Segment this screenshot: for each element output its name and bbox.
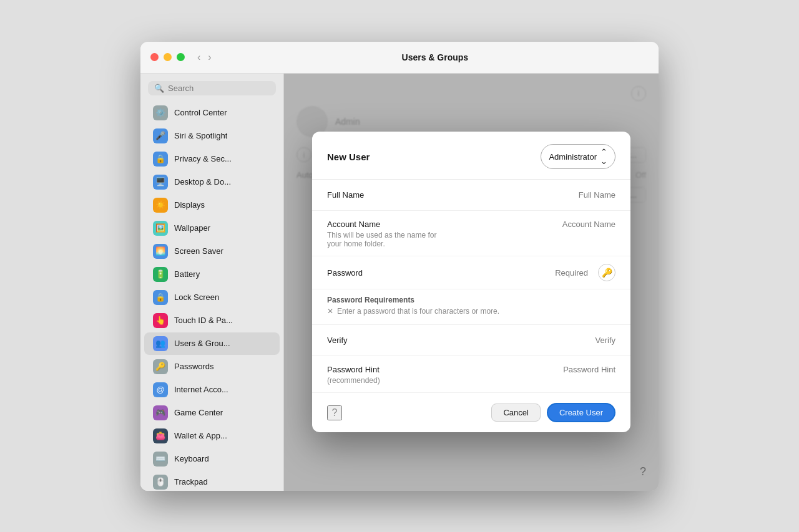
sidebar-label-keyboard: Keyboard [174,454,209,463]
sidebar-icon-screen-saver: 🌅 [153,244,168,259]
sidebar-icon-privacy: 🔒 [153,152,168,167]
sidebar-item-battery[interactable]: 🔋Battery [144,263,280,286]
sidebar-icon-wallet: 👛 [153,428,168,443]
mac-window: ‹ › Users & Groups 🔍 ⚙️Control Center🎤Si… [140,42,659,491]
sidebar-label-desktop: Desktop & Do... [174,177,231,186]
password-row: Password 🔑 [312,256,630,289]
sidebar-item-wallet[interactable]: 👛Wallet & App... [144,425,280,447]
back-button[interactable]: ‹ [195,51,203,64]
sidebar-icon-desktop: 🖥️ [153,175,168,190]
password-value: 🔑 [414,264,615,281]
sidebar-icon-displays: ☀️ [153,198,168,213]
sidebar-label-game-center: Game Center [174,408,223,417]
sidebar-item-siri[interactable]: 🎤Siri & Spotlight [144,125,280,147]
sidebar-label-passwords: Passwords [174,362,214,371]
pw-req-x-icon: ✕ [327,307,333,316]
password-hint-label: Password Hint [327,365,414,374]
nav-arrows: ‹ › [195,51,214,64]
sidebar-icon-siri: 🎤 [153,128,168,143]
sidebar-item-passwords[interactable]: 🔑Passwords [144,355,280,378]
verify-row: Verify [312,325,630,356]
sidebar-item-game-center[interactable]: 🎮Game Center [144,402,280,424]
cancel-button[interactable]: Cancel [491,404,540,422]
sidebar-icon-users: 👥 [153,336,168,351]
search-input[interactable] [168,84,270,93]
search-bar[interactable]: 🔍 [148,81,276,95]
password-hint-row: Password Hint (recommended) [312,356,630,393]
sidebar-label-battery: Battery [174,269,200,279]
verify-input[interactable] [414,336,615,345]
sidebar-item-touch-id[interactable]: 👆Touch ID & Pa... [144,309,280,332]
full-name-row: Full Name [312,180,630,211]
sidebar-label-touch-id: Touch ID & Pa... [174,316,233,325]
new-user-dialog: New User Administrator ⌃⌄ Full Name [312,132,630,432]
sidebar-label-wallpaper: Wallpaper [174,223,210,233]
sidebar-label-displays: Displays [174,200,205,210]
sidebar-label-trackpad: Trackpad [174,477,208,486]
minimize-button[interactable] [164,53,172,61]
sidebar-item-users[interactable]: 👥Users & Grou... [144,332,280,355]
dialog-footer: ? Cancel Create User [312,393,630,432]
sidebar-items-container: ⚙️Control Center🎤Siri & Spotlight🔒Privac… [140,102,283,491]
sidebar-icon-game-center: 🎮 [153,405,168,420]
sidebar-icon-trackpad: 🖱️ [153,475,168,490]
sidebar-icon-wallpaper: 🖼️ [153,221,168,236]
title-bar: ‹ › Users & Groups [140,42,659,74]
account-name-label: Account Name [327,220,414,229]
modal-overlay: New User Administrator ⌃⌄ Full Name [284,74,659,491]
sidebar-label-control-center: Control Center [174,108,227,117]
sidebar: 🔍 ⚙️Control Center🎤Siri & Spotlight🔒Priv… [140,74,284,491]
sidebar-item-internet[interactable]: @Internet Acco... [144,379,280,401]
sidebar-icon-keyboard: ⌨️ [153,452,168,467]
traffic-lights [150,53,185,61]
sidebar-icon-battery: 🔋 [153,267,168,282]
sidebar-label-screen-saver: Screen Saver [174,246,223,256]
user-type-select[interactable]: Administrator ⌃⌄ [541,144,615,169]
account-name-input[interactable] [414,220,615,229]
create-user-button[interactable]: Create User [547,403,615,422]
forward-button[interactable]: › [205,51,213,64]
main-panel: i Admin i Add User... Auto Login Off Edi… [284,74,659,491]
sidebar-item-lock-screen[interactable]: 🔒Lock Screen [144,286,280,309]
password-input[interactable] [414,268,588,278]
sidebar-label-siri: Siri & Spotlight [174,131,227,140]
sidebar-item-desktop[interactable]: 🖥️Desktop & Do... [144,171,280,193]
pw-req-text: Enter a password that is four characters… [337,307,499,316]
sidebar-icon-lock-screen: 🔒 [153,290,168,305]
full-name-input[interactable] [414,190,615,200]
search-icon: 🔍 [154,84,164,93]
password-hint-value [414,365,615,374]
password-requirements-section: Password Requirements ✕ Enter a password… [312,289,630,325]
sidebar-item-privacy[interactable]: 🔒Privacy & Sec... [144,148,280,170]
pw-req-item: ✕ Enter a password that is four characte… [327,307,615,316]
password-key-icon[interactable]: 🔑 [598,264,615,281]
content-area: 🔍 ⚙️Control Center🎤Siri & Spotlight🔒Priv… [140,74,659,491]
dialog-help-button[interactable]: ? [327,405,342,420]
account-name-sublabel: This will be used as the name for your h… [327,231,452,248]
user-type-label: Administrator [549,152,597,162]
maximize-button[interactable] [177,53,185,61]
verify-value [414,336,615,345]
password-hint-sublabel: (recommended) [327,376,452,385]
sidebar-icon-internet: @ [153,382,168,397]
window-title: Users & Groups [222,52,649,62]
verify-label: Verify [327,336,414,345]
sidebar-icon-touch-id: 👆 [153,313,168,328]
sidebar-item-trackpad[interactable]: 🖱️Trackpad [144,471,280,491]
sidebar-label-lock-screen: Lock Screen [174,293,219,302]
account-name-row: Account Name This will be used as the na… [312,211,630,256]
sidebar-item-keyboard[interactable]: ⌨️Keyboard [144,448,280,470]
sidebar-icon-passwords: 🔑 [153,359,168,374]
pw-req-title: Password Requirements [327,296,615,304]
sidebar-item-displays[interactable]: ☀️Displays [144,194,280,216]
dialog-body: Full Name Account Name This will be used… [312,180,630,393]
sidebar-item-wallpaper[interactable]: 🖼️Wallpaper [144,217,280,239]
sidebar-item-screen-saver[interactable]: 🌅Screen Saver [144,240,280,263]
close-button[interactable] [150,53,159,61]
sidebar-item-control-center[interactable]: ⚙️Control Center [144,102,280,124]
sidebar-label-internet: Internet Acco... [174,385,228,394]
chevron-updown-icon: ⌃⌄ [600,147,607,166]
sidebar-label-wallet: Wallet & App... [174,431,227,440]
sidebar-icon-control-center: ⚙️ [153,105,168,120]
password-hint-input[interactable] [414,365,615,374]
